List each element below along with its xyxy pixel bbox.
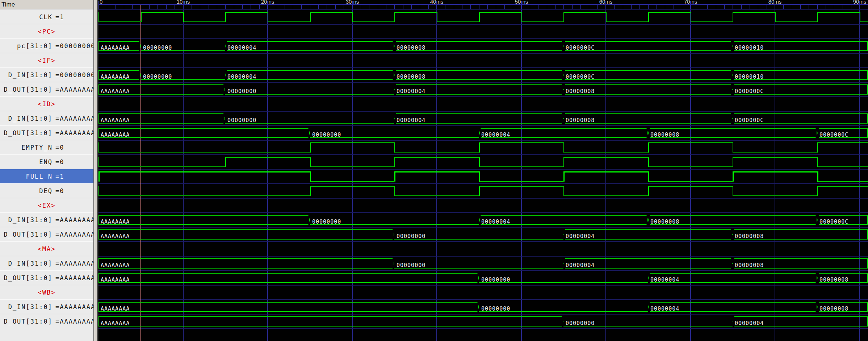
bus-value-text: 00000004	[481, 219, 510, 225]
wave-segment-high	[733, 157, 817, 158]
minor-tick	[504, 5, 505, 9]
signal-value: =0	[55, 184, 64, 198]
signal-row-D_IN[31:0][interactable]: D_IN[31:0]=AAAAAAAA	[0, 256, 93, 270]
group-row-WB[interactable]: <WB>	[0, 285, 93, 299]
wave-segment-low	[268, 21, 310, 22]
signal-row-D_IN[31:0][interactable]: D_IN[31:0]=AAAAAAAA	[0, 299, 93, 314]
waveform-area[interactable]: 010 ns20 ns30 ns40 ns50 ns60 ns70 ns80 n…	[98, 0, 868, 341]
signal-row-D_IN[31:0][interactable]: D_IN[31:0]=AAAAAAAA	[0, 111, 93, 125]
wave-edge	[606, 12, 607, 22]
row-separator-line	[98, 67, 868, 68]
group-row-MA[interactable]: <MA>	[0, 241, 93, 256]
bus-value-text: 00000008	[566, 88, 595, 94]
timeline-label: 50 ns	[515, 0, 528, 5]
signal-row-DEQ[interactable]: DEQ=0	[0, 183, 93, 198]
wave-edge	[479, 186, 480, 196]
signal-value: =AAAAAAAA	[55, 82, 93, 96]
time-header: Time	[0, 0, 93, 9]
bus-value-text: 00000000	[481, 306, 510, 312]
minor-tick	[750, 5, 750, 9]
signal-value: =0	[55, 140, 64, 154]
minor-tick	[530, 5, 530, 9]
bus-value-text: 0000000C	[819, 219, 848, 225]
bus-value-text: AAAAAAAA	[101, 132, 130, 138]
signal-row-D_OUT[31:0][interactable]: D_OUT[31:0]=AAAAAAAA	[0, 227, 93, 241]
bus-value-text: AAAAAAAA	[101, 320, 130, 326]
minor-tick	[623, 5, 623, 9]
row-separator-line	[98, 299, 868, 300]
wave-edge	[98, 186, 99, 196]
wave-segment-high	[817, 12, 860, 13]
signal-row-D_OUT[31:0][interactable]: D_OUT[31:0]=AAAAAAAA	[0, 125, 93, 140]
signal-row-FULL_N[interactable]: FULL_N=1	[0, 169, 93, 183]
minor-tick	[107, 5, 107, 9]
signal-name: D_IN[31:0]	[8, 256, 53, 270]
row-separator-line	[98, 285, 868, 286]
signal-row-D_IN[31:0][interactable]: D_IN[31:0]=00000000	[0, 67, 93, 82]
bus-value-box	[98, 273, 479, 283]
signal-value: =AAAAAAAA	[55, 300, 93, 314]
signal-value: =00000000	[55, 39, 93, 53]
minor-tick	[445, 5, 445, 9]
bus-value-box	[98, 316, 563, 327]
signal-row-D_IN[31:0][interactable]: D_IN[31:0]=AAAAAAAA	[0, 212, 93, 227]
row-separator-line	[98, 38, 868, 39]
wave-edge	[521, 12, 522, 22]
signal-row-pc[31:0][interactable]: pc[31:0]=00000000	[0, 38, 93, 53]
time-cursor[interactable]	[141, 5, 141, 341]
minor-tick	[361, 5, 361, 9]
timeline-label: 40 ns	[430, 0, 444, 5]
bus-value-text: 00000004	[227, 74, 256, 80]
wave-segment-low	[310, 166, 394, 167]
wave-segment-low	[394, 152, 479, 153]
signal-name: D_IN[31:0]	[8, 213, 53, 227]
wave-segment-low	[98, 195, 310, 196]
bus-value-text: 00000010	[735, 45, 764, 51]
group-row-ID[interactable]: <ID>	[0, 96, 93, 111]
wave-edge	[310, 12, 311, 22]
group-row-EX[interactable]: <EX>	[0, 198, 93, 212]
minor-tick	[344, 5, 344, 9]
signal-row-EMPTY_N[interactable]: EMPTY_N=0	[0, 140, 93, 154]
minor-tick	[631, 5, 632, 9]
wave-segment-low	[98, 152, 310, 153]
group-label: <ID>	[0, 97, 93, 111]
grid-line-vertical	[521, 5, 522, 341]
minor-tick	[657, 5, 657, 9]
wave-segment-high	[479, 186, 563, 187]
minor-tick	[116, 5, 116, 9]
row-separator-line	[98, 241, 868, 242]
bus-value-text: 00000000	[397, 262, 425, 268]
signal-row-D_OUT[31:0][interactable]: D_OUT[31:0]=AAAAAAAA	[0, 270, 93, 285]
minor-tick	[555, 5, 555, 9]
bus-value-text: 00000008	[566, 117, 595, 123]
panel-splitter[interactable]	[93, 0, 98, 341]
signal-row-CLK[interactable]: CLK=1	[0, 9, 93, 24]
signal-value: =AAAAAAAA	[55, 314, 93, 328]
bus-value-text: 00000000	[227, 88, 256, 94]
minor-tick	[834, 5, 834, 9]
signal-name: D_OUT[31:0]	[4, 82, 53, 96]
wave-segment-high	[648, 12, 691, 13]
bus-value-text: 00000004	[566, 233, 595, 239]
signal-row-ENQ[interactable]: ENQ=0	[0, 154, 93, 169]
minor-tick	[563, 5, 564, 9]
wave-edge	[479, 171, 480, 182]
wave-segment-high	[648, 142, 733, 143]
bus-value-text: AAAAAAAA	[101, 74, 130, 80]
timeline-label: 0	[100, 0, 102, 5]
wave-edge	[394, 171, 395, 182]
bus-value-text: 00000004	[735, 320, 764, 326]
timeline-label: 20 ns	[261, 0, 274, 5]
minor-tick	[513, 5, 513, 9]
minor-tick	[733, 5, 733, 9]
group-row-PC[interactable]: <PC>	[0, 24, 93, 38]
signal-row-D_OUT[31:0][interactable]: D_OUT[31:0]=AAAAAAAA	[0, 82, 93, 96]
group-label: <IF>	[0, 53, 93, 67]
signal-row-D_OUT[31:0][interactable]: D_OUT[31:0]=AAAAAAAA	[0, 314, 93, 328]
minor-tick	[335, 5, 336, 9]
minor-tick	[843, 5, 843, 9]
row-separator-line	[98, 140, 868, 141]
group-row-IF[interactable]: <IF>	[0, 53, 93, 67]
bus-value-text: 00000004	[566, 262, 595, 268]
